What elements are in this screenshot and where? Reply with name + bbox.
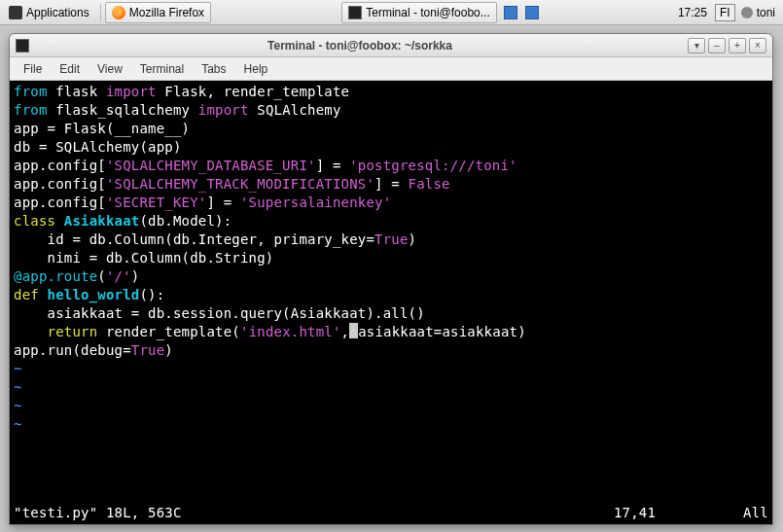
vim-status-file: "testi.py" 18L, 563C bbox=[14, 504, 182, 522]
applications-menu[interactable]: Applications bbox=[2, 2, 96, 23]
taskbar-terminal[interactable]: Terminal - toni@foobo... bbox=[341, 2, 497, 23]
workspace-2-icon bbox=[525, 6, 539, 19]
user-menu[interactable]: toni bbox=[735, 6, 781, 19]
firefox-icon bbox=[112, 6, 125, 19]
vim-cursor bbox=[349, 323, 358, 338]
window-minimize-button[interactable]: – bbox=[708, 38, 726, 53]
workspace-2[interactable] bbox=[521, 2, 543, 23]
keyboard-layout[interactable]: FI bbox=[715, 4, 735, 21]
user-icon bbox=[741, 7, 753, 18]
workspace-1[interactable] bbox=[500, 2, 521, 23]
terminal-window: Terminal - toni@foobox: ~/sorkka ▾ – + ×… bbox=[9, 33, 773, 525]
menu-file[interactable]: File bbox=[16, 59, 50, 79]
terminal-task-label: Terminal - toni@foobo... bbox=[366, 6, 490, 19]
vim-empty-line: ~ bbox=[14, 378, 768, 397]
panel-clock[interactable]: 17:25 bbox=[670, 6, 715, 19]
menu-edit[interactable]: Edit bbox=[52, 59, 88, 79]
workspace-1-icon bbox=[504, 6, 517, 19]
vim-empty-line: ~ bbox=[14, 415, 768, 434]
vim-empty-line: ~ bbox=[14, 360, 768, 378]
vim-empty-line: ~ bbox=[14, 397, 768, 415]
applications-icon bbox=[9, 6, 22, 19]
window-shade-button[interactable]: ▾ bbox=[688, 38, 705, 53]
taskbar-firefox[interactable]: Mozilla Firefox bbox=[105, 2, 211, 23]
window-app-icon bbox=[16, 39, 29, 53]
window-close-button[interactable]: × bbox=[749, 38, 766, 53]
window-maximize-button[interactable]: + bbox=[729, 38, 746, 53]
firefox-label: Mozilla Firefox bbox=[129, 6, 204, 19]
vim-statusbar: "testi.py" 18L, 563C 17,41 All bbox=[14, 504, 768, 522]
menu-tabs[interactable]: Tabs bbox=[194, 59, 233, 79]
vim-status-scroll: All bbox=[743, 504, 768, 522]
desktop-panel: Applications Mozilla Firefox Terminal - … bbox=[0, 0, 783, 25]
window-title: Terminal - toni@foobox: ~/sorkka bbox=[35, 39, 685, 53]
user-label: toni bbox=[757, 6, 775, 19]
panel-separator bbox=[100, 4, 101, 21]
menu-view[interactable]: View bbox=[89, 59, 130, 79]
window-titlebar[interactable]: Terminal - toni@foobox: ~/sorkka ▾ – + × bbox=[10, 34, 772, 57]
terminal-content[interactable]: from flask import Flask, render_template… bbox=[10, 81, 772, 524]
vim-status-pos: 17,41 bbox=[614, 504, 656, 522]
menu-terminal[interactable]: Terminal bbox=[132, 59, 192, 79]
terminal-icon bbox=[348, 6, 362, 19]
menubar: File Edit View Terminal Tabs Help bbox=[10, 57, 772, 81]
applications-label: Applications bbox=[26, 6, 89, 19]
menu-help[interactable]: Help bbox=[236, 59, 276, 79]
